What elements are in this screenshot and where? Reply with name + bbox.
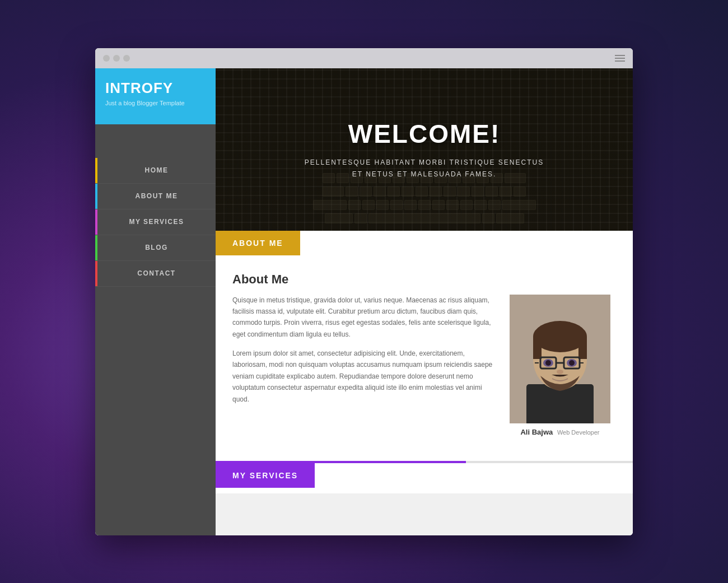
site-logo: INTROFY bbox=[105, 80, 206, 97]
hero-section: WELCOME! PELLENTESQUE HABITANT MORBI TRI… bbox=[216, 68, 633, 231]
svg-rect-6 bbox=[578, 337, 587, 359]
person-title: Web Developer bbox=[557, 429, 600, 436]
about-photo-wrapper: Ali Bajwa Web Developer bbox=[510, 295, 610, 439]
about-photo-caption: Ali Bajwa Web Developer bbox=[510, 423, 610, 439]
nav-label-about: ABOUT ME bbox=[97, 192, 216, 200]
sidebar-item-blog[interactable]: BLOG bbox=[95, 235, 216, 261]
about-paragraph-1: Quisque in metus tristique, gravida dolo… bbox=[232, 295, 493, 341]
about-paragraph-2: Lorem ipsum dolor sit amet, consectetur … bbox=[232, 348, 493, 405]
svg-point-15 bbox=[569, 360, 575, 366]
sidebar-header: INTROFY Just a blog Blogger Template bbox=[95, 68, 216, 124]
sidebar-item-about[interactable]: ABOUT ME bbox=[95, 184, 216, 209]
browser-window: INTROFY Just a blog Blogger Template HOM… bbox=[95, 48, 633, 535]
svg-rect-5 bbox=[533, 337, 542, 359]
nav-label-services: MY SERVICES bbox=[97, 218, 216, 226]
person-name: Ali Bajwa bbox=[520, 428, 553, 436]
about-section: About Me Quisque in metus tristique, gra… bbox=[216, 255, 633, 461]
nav-label-contact: CONTACT bbox=[97, 269, 216, 277]
browser-content: INTROFY Just a blog Blogger Template HOM… bbox=[95, 68, 633, 535]
dot-yellow bbox=[113, 55, 120, 62]
sidebar-item-home[interactable]: HOME bbox=[95, 158, 216, 184]
about-heading: About Me bbox=[232, 272, 610, 287]
main-content: WELCOME! PELLENTESQUE HABITANT MORBI TRI… bbox=[216, 68, 633, 535]
sidebar-spacer bbox=[95, 124, 216, 158]
hero-subtitle: PELLENTESQUE HABITANT MORBI TRISTIQUE SE… bbox=[305, 157, 544, 180]
menu-icon[interactable] bbox=[615, 55, 625, 62]
sidebar-nav: HOME ABOUT ME MY SERVICES BLOG CONTACT bbox=[95, 158, 216, 287]
about-body: Quisque in metus tristique, gravida dolo… bbox=[232, 295, 610, 439]
sidebar: INTROFY Just a blog Blogger Template HOM… bbox=[95, 68, 216, 535]
hero-subtitle-line1: PELLENTESQUE HABITANT MORBI TRISTIQUE SE… bbox=[305, 158, 544, 166]
hero-text: WELCOME! PELLENTESQUE HABITANT MORBI TRI… bbox=[216, 68, 633, 231]
dot-red bbox=[103, 55, 110, 62]
site-tagline: Just a blog Blogger Template bbox=[105, 100, 206, 106]
about-text: Quisque in metus tristique, gravida dolo… bbox=[232, 295, 493, 413]
browser-chrome bbox=[95, 48, 633, 68]
sidebar-item-services[interactable]: MY SERVICES bbox=[95, 209, 216, 235]
about-tab-wrapper: ABOUT ME bbox=[216, 231, 633, 255]
hero-subtitle-line2: ET NETUS ET MALESUADA FAMES. bbox=[352, 170, 497, 178]
services-tab[interactable]: MY SERVICES bbox=[216, 463, 315, 488]
hero-title: WELCOME! bbox=[348, 119, 501, 149]
nav-label-home: HOME bbox=[97, 166, 216, 174]
svg-point-14 bbox=[545, 360, 551, 366]
dot-green bbox=[123, 55, 130, 62]
browser-dots bbox=[103, 55, 130, 62]
about-photo bbox=[510, 295, 610, 423]
services-tab-wrapper: MY SERVICES bbox=[216, 463, 633, 488]
about-tab[interactable]: ABOUT ME bbox=[216, 231, 300, 255]
services-section: MY SERVICES bbox=[216, 463, 633, 493]
sidebar-item-contact[interactable]: CONTACT bbox=[95, 261, 216, 287]
svg-point-16 bbox=[557, 370, 563, 374]
nav-label-blog: BLOG bbox=[97, 244, 216, 251]
